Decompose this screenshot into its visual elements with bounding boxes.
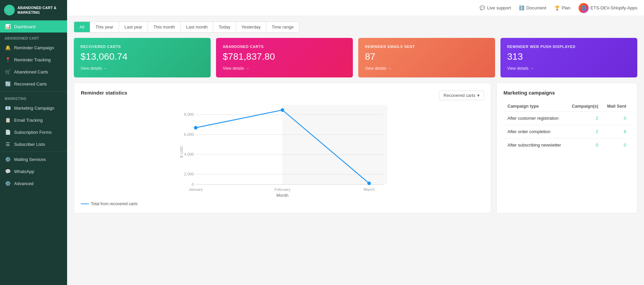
sidebar-logo: 🛒 ABANDONED CART & MARKETING [0, 0, 67, 20]
legend-line [81, 204, 89, 204]
stat-card-reminder-emails: REMINDER EMAILS SENT 87 View details → [358, 38, 495, 77]
advanced-icon: ⚙️ [5, 181, 11, 186]
section-label-abandoned-cart: ABANDONED CART [0, 33, 67, 42]
tab-yesterday[interactable]: Yesterday [236, 22, 266, 32]
web-push-value: 313 [507, 51, 631, 62]
svg-text:January: January [189, 187, 203, 192]
reminder-emails-link[interactable]: View details → [365, 66, 488, 71]
stat-card-web-push: REMINDER WEB PUSH DISPLAYED 313 View det… [500, 38, 637, 77]
sidebar-item-reminder-tracking[interactable]: 📍 Reminder Tracking [0, 54, 67, 66]
chart-point-mar [367, 181, 371, 185]
svg-text:2,000: 2,000 [184, 172, 194, 176]
svg-text:8,000: 8,000 [184, 112, 194, 117]
svg-text:Month: Month [276, 193, 288, 198]
trophy-icon: 🏆 [554, 5, 560, 10]
col-mail-sent: Mail Sent [602, 101, 630, 112]
mail-sent-cell: 8 [602, 125, 630, 138]
chart-point-jan [194, 126, 198, 129]
campaign-type-cell: After order completion [503, 125, 567, 138]
web-push-label: REMINDER WEB PUSH DISPLAYED [507, 45, 631, 49]
tab-this-month[interactable]: This month [148, 22, 180, 32]
email-icon: 📧 [5, 105, 11, 111]
sidebar-item-reminder-campaign[interactable]: 🔔 Reminder Campaign [0, 42, 67, 54]
tracking-icon: 📋 [5, 117, 11, 123]
tab-this-year[interactable]: This year [90, 22, 119, 32]
stat-card-recovered-carts: RECOVERED CARTS $13,060.74 View details … [74, 38, 211, 77]
sidebar-item-subscriber-lists[interactable]: ☰ Subscriber Lists [0, 138, 67, 150]
campaign-type-cell: After subscribing newsletter [503, 138, 567, 152]
tab-all[interactable]: All [74, 22, 90, 32]
doc-icon: ℹ️ [519, 5, 524, 10]
sidebar-item-mailing-services[interactable]: ⚙️ Mailing Services [0, 153, 67, 165]
col-campaigns: Campaign(s) [567, 101, 602, 112]
tab-last-year[interactable]: Last year [119, 22, 148, 32]
campaign-count-cell: 2 [567, 125, 602, 138]
top-header: 💬 Live support ℹ️ Document 🏆 Plan 🌐 ETS-… [67, 0, 644, 16]
recovered-carts-value: $13,060.74 [80, 51, 204, 62]
cart-icon: 🛒 [5, 69, 11, 74]
sidebar-item-whatsapp[interactable]: 💬 WhatsApp [0, 165, 67, 177]
chart-legend: Total from recovered carts [81, 202, 484, 206]
plan-button[interactable]: 🏆 Plan [554, 5, 571, 10]
bottom-panels: Reminder statistics Recovered carts ▾ [74, 83, 637, 213]
campaign-count-cell: 2 [567, 112, 602, 125]
live-support-button[interactable]: 💬 Live support [480, 5, 511, 10]
sidebar-item-abandoned-carts[interactable]: 🛒 Abandoned Carts [0, 66, 67, 78]
reminder-emails-label: REMINDER EMAILS SENT [365, 45, 488, 49]
table-row: After subscribing newsletter 0 0 [503, 138, 630, 152]
reminder-emails-value: 87 [365, 51, 488, 62]
svg-text:February: February [274, 187, 290, 192]
marketing-campaigns-panel: Marketing campaigns Campaign type Campai… [496, 83, 637, 213]
chart-title: Reminder statistics [81, 90, 127, 96]
abandoned-carts-value: $781,837.80 [223, 51, 346, 62]
chat-icon: 💬 [480, 5, 485, 10]
date-filter-tabs: All This year Last year This month Last … [74, 21, 299, 33]
sidebar-item-recovered-carts[interactable]: 🔄 Recovered Carts [0, 78, 67, 90]
table-row: After customer registration 2 0 [503, 112, 630, 125]
user-avatar: 🌐 [579, 3, 589, 13]
chart-point-feb [281, 108, 284, 112]
stat-card-abandoned-carts: ABANDONED CARTS $781,837.80 View details… [216, 38, 353, 77]
svg-text:$ USD: $ USD [179, 146, 184, 158]
user-menu[interactable]: 🌐 ETS-DEV-SHopify-Apps [579, 3, 637, 13]
refresh-icon: 🔄 [5, 81, 11, 87]
forms-icon: 📄 [5, 129, 11, 135]
list-icon: ☰ [5, 141, 11, 147]
sidebar-item-marketing-campaign[interactable]: 📧 Marketing Campaign [0, 102, 67, 114]
svg-text:6,000: 6,000 [184, 132, 194, 137]
recovered-carts-label: RECOVERED CARTS [80, 45, 204, 49]
mail-sent-cell: 0 [602, 112, 630, 125]
app-logo-icon: 🛒 [4, 5, 15, 15]
chart-dropdown[interactable]: Recovered carts ▾ [439, 91, 484, 100]
svg-rect-0 [282, 105, 387, 184]
campaign-count-cell: 0 [567, 138, 602, 152]
chevron-down-icon: ▾ [477, 93, 480, 98]
svg-text:0: 0 [192, 182, 194, 187]
mail-sent-cell: 0 [602, 138, 630, 152]
web-push-link[interactable]: View details → [507, 66, 631, 71]
abandoned-carts-label: ABANDONED CARTS [223, 45, 346, 49]
campaigns-table: Campaign type Campaign(s) Mail Sent Afte… [503, 101, 630, 152]
sidebar-item-email-tracking[interactable]: 📋 Email Tracking [0, 114, 67, 126]
campaigns-title: Marketing campaigns [503, 90, 630, 96]
sidebar-item-advanced[interactable]: ⚙️ Advanced [0, 177, 67, 189]
dashboard-icon: 📊 [5, 24, 11, 29]
sidebar-item-dashboard[interactable]: 📊 Dashboard [0, 20, 67, 33]
sidebar-item-subscription-forms[interactable]: 📄 Subscription Forms [0, 126, 67, 138]
main-content: All This year Last year This month Last … [67, 16, 644, 285]
mailing-icon: ⚙️ [5, 157, 11, 162]
abandoned-carts-link[interactable]: View details → [223, 66, 346, 71]
recovered-carts-link[interactable]: View details → [80, 66, 204, 71]
table-row: After order completion 2 8 [503, 125, 630, 138]
document-button[interactable]: ℹ️ Document [519, 5, 546, 10]
main-area: 💬 Live support ℹ️ Document 🏆 Plan 🌐 ETS-… [67, 0, 644, 285]
reminder-statistics-panel: Reminder statistics Recovered carts ▾ [74, 83, 491, 213]
whatsapp-icon: 💬 [5, 169, 11, 174]
tab-time-range[interactable]: Time range [266, 22, 299, 32]
svg-text:March: March [364, 187, 375, 192]
col-campaign-type: Campaign type [503, 101, 567, 112]
campaign-type-cell: After customer registration [503, 112, 567, 125]
app-name: ABANDONED CART & MARKETING [17, 5, 63, 15]
tab-last-month[interactable]: Last month [181, 22, 213, 32]
tab-today[interactable]: Today [213, 22, 236, 32]
